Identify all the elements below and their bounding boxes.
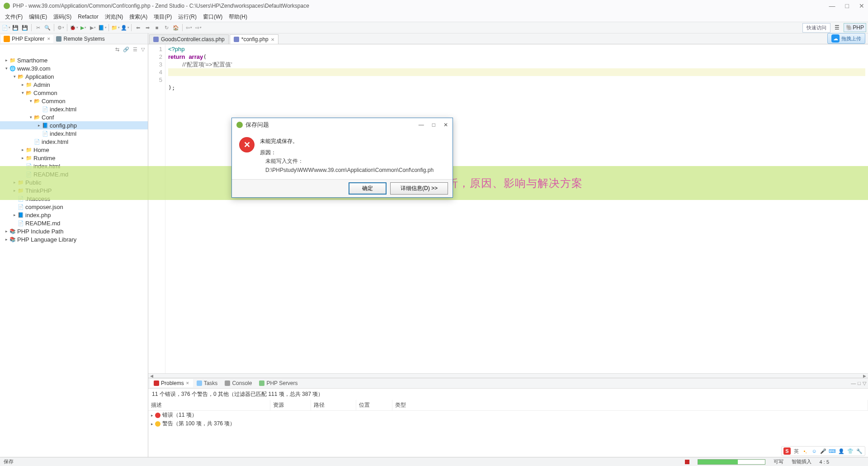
problems-group[interactable]: ▸错误（11 项） (148, 411, 868, 419)
collapse-all-icon[interactable]: ⇆ (114, 46, 121, 53)
menu-编辑(E)[interactable]: 编辑(E) (26, 12, 50, 22)
tree-toggle-icon[interactable]: ▾ (4, 66, 9, 71)
forward-button[interactable]: ➡ (143, 24, 151, 32)
ime-punct-icon[interactable]: •, (802, 447, 809, 455)
menu-帮助(H)[interactable]: 帮助(H) (226, 12, 250, 22)
tree-item-index.php[interactable]: ▸📘index.php (0, 211, 148, 219)
menu-项目(P)[interactable]: 项目(P) (151, 12, 175, 22)
horizontal-scrollbar[interactable]: ◀ ▶ (148, 373, 868, 378)
tree-item-Home[interactable]: ▸📁Home (0, 146, 148, 154)
tree-item-index.html[interactable]: 📄index.html (0, 105, 148, 113)
tab-console[interactable]: Console (221, 379, 255, 387)
back-button[interactable]: ⬅ (134, 24, 142, 32)
link-editor-icon[interactable]: 🔗 (122, 46, 131, 53)
dialog-maximize-button[interactable]: □ (432, 122, 435, 128)
panel-menu-icon[interactable]: ▽ (863, 380, 866, 386)
tree-item-Smarthome[interactable]: ▸📁Smarthome (0, 56, 148, 64)
view-menu-icon[interactable]: ▽ (140, 46, 146, 53)
tree-toggle-icon[interactable]: ▸ (20, 156, 25, 160)
expand-icon[interactable]: ▸ (151, 413, 153, 418)
refresh-button[interactable]: ↻ (162, 24, 170, 32)
tree-toggle-icon[interactable]: ▾ (12, 74, 17, 79)
tree-item-composer.json[interactable]: 📄composer.json (0, 203, 148, 211)
ime-keyboard-icon[interactable]: ⌨ (829, 447, 836, 455)
quick-access-input[interactable]: 快速访问 (802, 23, 830, 33)
menu-搜索(A)[interactable]: 搜索(A) (126, 12, 151, 22)
dialog-titlebar[interactable]: 保存问题 — □ ✕ (232, 118, 453, 132)
php-perspective-button[interactable]: 🐘 PHP (844, 23, 866, 32)
tab-remote-systems[interactable]: Remote Systems (53, 35, 107, 43)
stop-indicator-icon[interactable] (685, 460, 689, 464)
nav-back-button[interactable]: ⇦ (185, 24, 193, 32)
ime-mic-icon[interactable]: 🎤 (820, 447, 827, 455)
tab-goodscontroller[interactable]: GoodsController.class.php (149, 34, 229, 44)
file-tree[interactable]: ▸📁Smarthome▾🌐www.39.com▾📂Application▸📁Ad… (0, 54, 148, 457)
nav-fwd-button[interactable]: ⇨ (194, 24, 203, 32)
tree-toggle-icon[interactable]: ▸ (4, 58, 9, 62)
tool-button[interactable]: ⚙ (57, 24, 65, 32)
tree-toggle-icon[interactable]: ▸ (4, 237, 9, 242)
ime-user-icon[interactable]: 👤 (838, 447, 845, 455)
php-button[interactable]: 📘 (98, 24, 106, 32)
tree-item-index.html[interactable]: 📄index.html (0, 129, 148, 138)
new-button[interactable]: 📄 (2, 24, 10, 32)
ok-button[interactable]: 确定 (349, 182, 387, 195)
code-content[interactable]: <?php return array( //'配置项'=>'配置值' ); (165, 44, 868, 373)
tree-item-Admin[interactable]: ▸📁Admin (0, 81, 148, 89)
sogou-icon[interactable]: S (783, 447, 791, 455)
search-icon[interactable]: 🔍 (43, 24, 52, 32)
tree-item-PHP Language Library[interactable]: ▸📚PHP Language Library (0, 235, 148, 243)
open-perspective-button[interactable]: ☰ (832, 23, 842, 32)
problems-table[interactable]: 描述 资源 路径 位置 类型 ▸错误（11 项）▸警告（第 100 项，共 37… (148, 400, 868, 457)
tree-toggle-icon[interactable]: ▸ (12, 213, 17, 217)
tab-php-servers[interactable]: PHP Servers (255, 379, 301, 387)
ime-toolbar[interactable]: S 英 •, ☺ 🎤 ⌨ 👤 👕 🔧 (781, 446, 865, 456)
stop-button[interactable]: ■ (153, 24, 161, 32)
maximize-panel-icon[interactable]: □ (858, 380, 861, 386)
tree-toggle-icon[interactable]: ▸ (20, 82, 25, 87)
maximize-button[interactable]: □ (845, 2, 849, 10)
tree-toggle-icon[interactable]: ▾ (28, 99, 33, 103)
tree-toggle-icon[interactable]: ▾ (20, 90, 25, 95)
tree-toggle-icon[interactable]: ▸ (20, 147, 25, 152)
upload-widget[interactable]: ☁ 拖拽上传 (827, 33, 865, 44)
ime-settings-icon[interactable]: 🔧 (856, 447, 863, 455)
tree-item-Application[interactable]: ▾📂Application (0, 72, 148, 81)
code-editor[interactable]: 12345 <?php return array( //'配置项'=>'配置值'… (148, 44, 868, 373)
expand-icon[interactable]: ▸ (151, 422, 153, 426)
ime-mode[interactable]: 英 (793, 447, 800, 455)
tree-toggle-icon[interactable]: ▾ (28, 115, 33, 119)
run-button[interactable]: ▶ (79, 24, 87, 32)
tab-tasks[interactable]: Tasks (193, 379, 222, 387)
cut-icon[interactable]: ✂ (34, 24, 42, 32)
tree-toggle-icon[interactable]: ▸ (36, 123, 42, 128)
run-external-button[interactable]: ▶ (89, 24, 97, 32)
dialog-close-button[interactable]: ✕ (443, 122, 448, 128)
tree-item-www.39.com[interactable]: ▾🌐www.39.com (0, 64, 148, 72)
close-tab-icon[interactable]: ✕ (271, 37, 274, 42)
problems-group[interactable]: ▸警告（第 100 项，共 376 项） (148, 419, 868, 428)
tab-problems[interactable]: Problems ✕ (150, 379, 193, 387)
minimize-button[interactable]: — (829, 2, 835, 10)
menu-浏览(N)[interactable]: 浏览(N) (102, 12, 127, 22)
tree-item-Conf[interactable]: ▾📂Conf (0, 113, 148, 121)
close-button[interactable]: ✕ (859, 2, 864, 10)
debug-button[interactable]: 🐞 (70, 24, 78, 32)
menu-文件(F)[interactable]: 文件(F) (2, 12, 26, 22)
filter-icon[interactable]: ☰ (132, 46, 139, 53)
menu-窗口(W)[interactable]: 窗口(W) (200, 12, 226, 22)
tree-item-Runtime[interactable]: ▸📁Runtime (0, 154, 148, 162)
ime-skin-icon[interactable]: 👕 (847, 447, 854, 455)
ime-emoji-icon[interactable]: ☺ (811, 447, 818, 455)
profile-button[interactable]: 👤 (121, 24, 129, 32)
menu-源码(S)[interactable]: 源码(S) (50, 12, 75, 22)
save-all-button[interactable]: 💾 (21, 24, 29, 32)
tree-item-index.html[interactable]: 📄index.html (0, 138, 148, 146)
tab-config-php[interactable]: *config.php ✕ (230, 34, 278, 44)
new-folder-button[interactable]: 📁 (111, 24, 119, 32)
tree-item-Common[interactable]: ▾📂Common (0, 97, 148, 105)
dialog-minimize-button[interactable]: — (419, 122, 424, 128)
menu-运行(R)[interactable]: 运行(R) (175, 12, 200, 22)
save-button[interactable]: 💾 (11, 24, 19, 32)
minimize-panel-icon[interactable]: — (851, 380, 856, 386)
